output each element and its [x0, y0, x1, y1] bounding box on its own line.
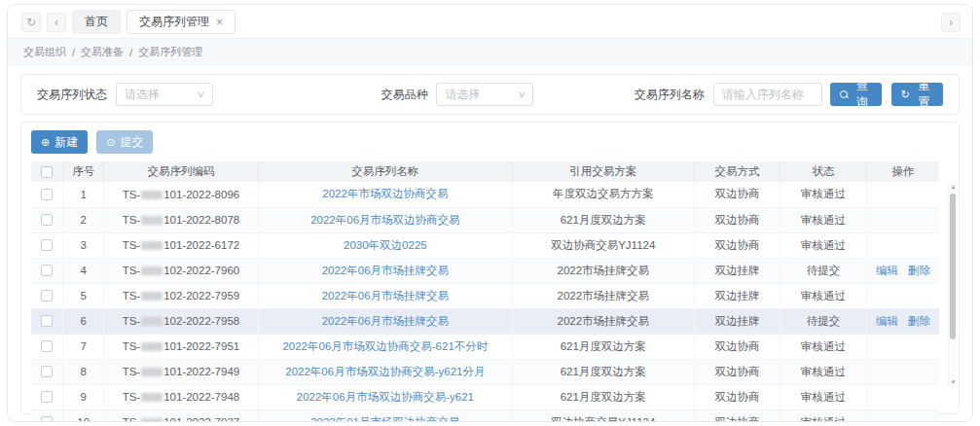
- table-row: 7 TS-101-2022-7951 2022年06月市场双边协商交易-621不…: [31, 334, 939, 359]
- variety-select[interactable]: 请选择 ∨: [436, 83, 533, 106]
- sequence-name-cell: 2022年06月市场双边协商交易: [258, 207, 512, 232]
- referenced-plan: 双边协商交易YJ1124: [512, 232, 694, 258]
- row-checkbox-cell: [31, 308, 63, 334]
- sequence-name-label: 交易序列名称: [635, 87, 705, 103]
- sequence-name-link[interactable]: 2022年06月市场挂牌交易: [322, 265, 449, 276]
- redacted-text: [141, 266, 163, 275]
- row-checkbox-cell: [31, 359, 63, 384]
- row-checkbox[interactable]: [41, 239, 53, 251]
- row-number: 4: [63, 258, 104, 283]
- sequence-code: TS-101-2022-7949: [104, 359, 259, 384]
- delete-link[interactable]: 删除: [908, 315, 930, 327]
- table-body: 1 TS-101-2022-8096 2022年市场双边协商交易 年度双边交易方…: [31, 182, 939, 422]
- select-all-checkbox[interactable]: [41, 166, 53, 178]
- row-checkbox-cell: [31, 258, 63, 283]
- row-checkbox[interactable]: [41, 366, 53, 377]
- row-actions: [866, 384, 939, 409]
- row-number: 8: [63, 359, 104, 384]
- row-checkbox[interactable]: [41, 214, 53, 226]
- sequence-name-link[interactable]: 2022年01月市场双边协商交易: [310, 416, 459, 423]
- sequence-name-link[interactable]: 2022年06月市场挂牌交易: [322, 290, 449, 302]
- breadcrumb-separator: /: [129, 47, 132, 58]
- sequence-name-cell: 2022年06月市场双边协商交易-y621: [258, 384, 512, 409]
- tab-home[interactable]: 首页: [72, 10, 121, 34]
- close-icon[interactable]: ×: [216, 16, 223, 29]
- sequence-name-link[interactable]: 2022年06月市场挂牌交易: [322, 315, 449, 327]
- row-actions: 编辑删除: [866, 308, 939, 334]
- row-checkbox[interactable]: [41, 340, 53, 352]
- row-checkbox-cell: [31, 384, 63, 409]
- row-checkbox[interactable]: [41, 391, 53, 403]
- row-checkbox[interactable]: [41, 189, 53, 200]
- sequence-code: TS-101-2022-7951: [104, 334, 259, 359]
- status-text: 审核通过: [780, 359, 867, 384]
- back-button[interactable]: ‹: [47, 13, 66, 32]
- redacted-text: [141, 241, 163, 250]
- breadcrumb-separator: /: [72, 47, 75, 58]
- edit-link[interactable]: 编辑: [876, 265, 898, 276]
- reset-button[interactable]: ↻ 重置: [891, 83, 943, 106]
- sequence-name-link[interactable]: 2022年06月市场双边协商交易-y621: [297, 391, 474, 403]
- new-button[interactable]: ⊕ 新建: [31, 130, 88, 154]
- breadcrumb-item-prepare[interactable]: 交易准备: [81, 45, 124, 59]
- table-scrollbar[interactable]: ▲ ▼: [948, 183, 957, 386]
- chevron-down-icon: ∨: [518, 89, 526, 99]
- table-row: 8 TS-101-2022-7949 2022年06月市场双边协商交易-y621…: [31, 359, 939, 384]
- sequence-name-input[interactable]: [713, 83, 822, 106]
- refresh-button[interactable]: ↻: [21, 13, 41, 32]
- redacted-text: [141, 216, 163, 225]
- breadcrumb-item-org[interactable]: 交易组织: [23, 45, 66, 59]
- reset-icon: ↻: [901, 89, 910, 100]
- edit-link[interactable]: 编辑: [876, 315, 898, 327]
- sequence-code: TS-101-2022-6172: [104, 232, 259, 258]
- sequence-code: TS-102-2022-7959: [104, 283, 259, 308]
- tab-label: 交易序列管理: [139, 14, 209, 30]
- scroll-up-icon[interactable]: ▲: [949, 184, 958, 190]
- referenced-plan: 双边协商交易YJ1124: [512, 409, 694, 422]
- row-checkbox[interactable]: [41, 265, 53, 276]
- column-header: 序号: [63, 161, 104, 182]
- row-number: 10: [63, 409, 104, 422]
- row-checkbox[interactable]: [41, 315, 53, 327]
- trade-method: 双边挂牌: [694, 308, 780, 334]
- status-text: 审核通过: [780, 182, 867, 207]
- delete-link[interactable]: 删除: [908, 265, 930, 276]
- column-header: 引用交易方案: [512, 161, 694, 182]
- table-row: 3 TS-101-2022-6172 2030年双边0225 双边协商交易YJ1…: [31, 232, 939, 258]
- plus-circle-icon: ⊕: [41, 137, 50, 148]
- page-content: 交易序列状态 请选择 ∨ 交易品种 请选择 ∨ 交易序列名称: [8, 66, 972, 421]
- referenced-plan: 年度双边交易方方案: [512, 182, 694, 207]
- sequence-name-link[interactable]: 2022年06月市场双边协商交易-y621分月: [285, 366, 485, 377]
- row-actions: [866, 334, 939, 359]
- sequence-table: 序号交易序列编码交易序列名称引用交易方案交易方式状态操作 1 TS-101-20…: [31, 161, 939, 422]
- scroll-down-icon[interactable]: ▼: [949, 379, 958, 385]
- sequence-name-link[interactable]: 2030年双边0225: [344, 239, 427, 251]
- row-checkbox[interactable]: [41, 290, 53, 302]
- trade-method: 双边协商: [694, 409, 780, 422]
- referenced-plan: 621月度双边方案: [512, 359, 694, 384]
- scrollbar-thumb[interactable]: [950, 194, 956, 339]
- search-button[interactable]: 查询: [830, 83, 882, 106]
- redacted-text: [141, 393, 163, 402]
- forward-icon: ›: [949, 16, 953, 29]
- tab-scroll-right-button[interactable]: ›: [941, 13, 961, 32]
- submit-button-label: 提交: [120, 134, 143, 151]
- table-panel: ⊕ 新建 ⊙ 提交 序号交易序列编码交易序列名称引用交易方案交易方式状态操作: [20, 122, 960, 414]
- table-row: 9 TS-101-2022-7948 2022年06月市场双边协商交易-y621…: [31, 384, 939, 409]
- sequence-name-link[interactable]: 2022年06月市场双边协商交易: [310, 214, 459, 226]
- filter-panel: 交易序列状态 请选择 ∨ 交易品种 请选择 ∨ 交易序列名称: [20, 74, 960, 115]
- new-button-label: 新建: [54, 134, 78, 151]
- sequence-name-link[interactable]: 2022年市场双边协商交易: [322, 188, 448, 199]
- tab-sequence-management[interactable]: 交易序列管理 ×: [127, 10, 236, 34]
- filter-variety: 交易品种 请选择 ∨: [381, 83, 533, 106]
- row-number: 7: [63, 334, 104, 359]
- row-actions: [866, 207, 939, 232]
- row-number: 1: [63, 182, 104, 207]
- sequence-name-link[interactable]: 2022年06月市场双边协商交易-621不分时: [282, 340, 488, 352]
- reset-button-label: 重置: [915, 78, 933, 111]
- status-select[interactable]: 请选择 ∨: [116, 83, 213, 106]
- row-checkbox[interactable]: [41, 416, 53, 422]
- submit-button[interactable]: ⊙ 提交: [96, 130, 153, 154]
- row-checkbox-cell: [31, 232, 63, 258]
- back-icon: ‹: [54, 16, 58, 29]
